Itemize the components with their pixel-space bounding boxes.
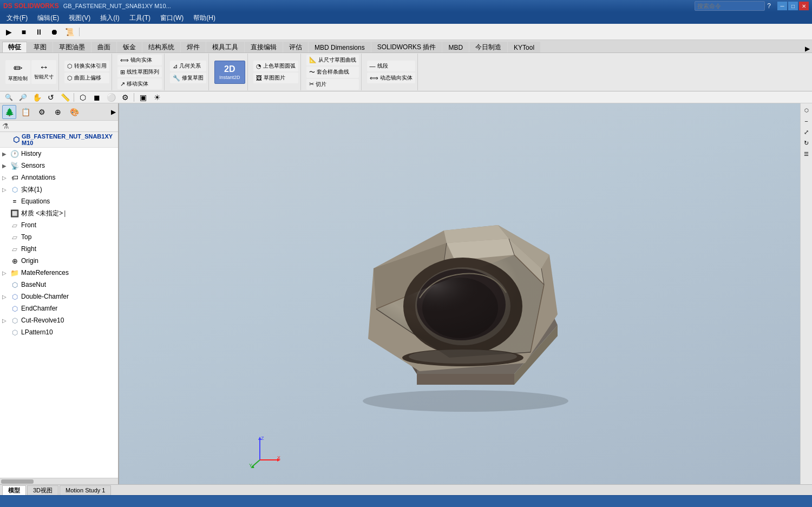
display-mode-button[interactable]: ◼ [90, 91, 103, 104]
view-settings-button[interactable]: ⚙ [119, 91, 132, 104]
tab-motion-study[interactable]: Motion Study 1 [60, 485, 111, 495]
menu-item-view[interactable]: 视图(V) [64, 12, 95, 24]
tab-structure[interactable]: 结构系统 [142, 42, 180, 52]
view-settings-right-button[interactable]: ☰ [802, 149, 811, 159]
pan-button[interactable]: ✋ [30, 91, 43, 104]
record-button[interactable]: ⏺ [48, 25, 61, 38]
close-button[interactable]: ✕ [799, 2, 809, 10]
ribbon-btn-color-sketch[interactable]: ◔ 上色草图圆弧 [253, 61, 298, 71]
ribbon-btn-sketch-pic[interactable]: 🖼 草图图片 [253, 73, 298, 83]
zoom-out-button[interactable]: − [802, 116, 811, 126]
tree-item-lpattern[interactable]: ⬡ LPattern10 [0, 326, 118, 338]
tab-today-mfg[interactable]: 今日制造 [469, 42, 507, 52]
script-button[interactable]: 📜 [63, 25, 76, 38]
expand-sensors[interactable]: ▶ [2, 163, 10, 169]
tab-model[interactable]: 模型 [2, 485, 26, 495]
menu-item-file[interactable]: 文件(F) [2, 12, 32, 24]
menu-item-edit[interactable]: 编辑(E) [33, 12, 63, 24]
expand-annotations[interactable]: ▷ [2, 175, 10, 181]
ribbon-btn-dyn-mirror[interactable]: ⟺ 动态镜向实体 [367, 73, 415, 83]
property-manager-tab[interactable]: 📋 [18, 105, 32, 119]
tab-sheet-metal[interactable]: 钣金 [117, 42, 142, 52]
ribbon-btn-mirror[interactable]: ⟺ 镜向实体 [117, 55, 162, 65]
rotate-right-button[interactable]: ↻ [802, 138, 811, 148]
ribbon-btn-repair[interactable]: 🔧 修复草图 [170, 73, 206, 83]
tab-feature[interactable]: 特征 [2, 42, 27, 52]
tab-sketch[interactable]: 草图 [28, 42, 53, 52]
tree-item-origin[interactable]: ⊕ Origin [0, 255, 118, 267]
tree-item-material[interactable]: 🔲 材质 <未指定> | [0, 207, 118, 219]
ribbon-btn-dim-curve[interactable]: 📐 从尺寸草图曲线 [306, 55, 359, 65]
ribbon-btn-relations[interactable]: ⊿ 几何关系 [170, 61, 206, 71]
expand-bodies[interactable]: ▷ [2, 187, 10, 193]
appearance-button[interactable]: ⚪ [104, 91, 117, 104]
appearance-tab[interactable]: 🎨 [67, 105, 81, 119]
ribbon-btn-fit-spline[interactable]: 〜 套合样条曲线 [306, 67, 359, 78]
dim-xpert-tab[interactable]: ⊕ [51, 105, 65, 119]
ribbon-btn-line[interactable]: — 线段 [367, 61, 415, 71]
scroll-thumb[interactable] [1, 479, 34, 484]
configuration-tab[interactable]: ⚙ [35, 105, 49, 119]
zoom-in-button[interactable]: 🔎 [16, 91, 29, 104]
pause-button[interactable]: ⏸ [32, 25, 45, 38]
tab-mbd-dim[interactable]: MBD Dimensions [309, 42, 371, 52]
ribbon-btn-smart-dim[interactable]: ↔ 智能尺寸 [31, 60, 56, 84]
rotate-button[interactable]: ↺ [44, 91, 57, 104]
stop-button[interactable]: ■ [17, 25, 30, 38]
tree-item-materefs[interactable]: ▷ 📁 MateReferences [0, 267, 118, 279]
tree-item-history[interactable]: ▶ 🕐 History [0, 148, 118, 160]
zoom-fit-button[interactable]: ⤢ [802, 127, 811, 137]
tab-evaluate[interactable]: 评估 [283, 42, 308, 52]
measure-button[interactable]: 📏 [58, 91, 71, 104]
menu-item-window[interactable]: 窗口(W) [156, 12, 188, 24]
tree-item-endchamfer[interactable]: ⬡ EndChamfer [0, 302, 118, 314]
lighting-button[interactable]: ☀ [150, 91, 163, 104]
search-input[interactable] [695, 1, 765, 11]
expand-materefs[interactable]: ▷ [2, 270, 10, 276]
tab-weldment[interactable]: 焊件 [181, 42, 206, 52]
minimize-button[interactable]: ─ [777, 2, 787, 10]
ribbon-btn-linear[interactable]: ⊞ 线性草图阵列 [117, 67, 162, 77]
expand-cut-revolve[interactable]: ▷ [2, 318, 10, 324]
tree-item-top[interactable]: ▱ Top [0, 231, 118, 243]
tree-item-equations[interactable]: = Equations [0, 195, 118, 207]
ribbon-btn-offset[interactable]: ⬡ 曲面上偏移 [64, 73, 109, 83]
tab-mbd[interactable]: MBD [442, 42, 469, 52]
section-view-button[interactable]: ▣ [136, 91, 149, 104]
tree-item-front[interactable]: ▱ Front [0, 219, 118, 231]
menu-item-tools[interactable]: 工具(T) [125, 12, 155, 24]
tab-sw-plugin[interactable]: SOLIDWORKS 插件 [371, 42, 442, 52]
feature-tree-tab[interactable]: 🌲 [2, 105, 16, 119]
tab-sketch-ink[interactable]: 草图油墨 [53, 42, 91, 52]
zoom-to-fit-button[interactable]: 🔍 [2, 91, 15, 104]
tab-direct-edit[interactable]: 直接编辑 [245, 42, 283, 52]
panel-scrollbar[interactable] [0, 478, 118, 484]
ribbon-btn-instant2d[interactable]: 2D Instant2D [214, 61, 245, 84]
tab-mold[interactable]: 模具工具 [206, 42, 244, 52]
tab-kytool[interactable]: KYTool [508, 42, 540, 52]
ribbon-btn-sketch[interactable]: ✏ 草图绘制 [5, 60, 30, 84]
expand-history[interactable]: ▶ [2, 151, 10, 157]
help-icon[interactable]: ? [767, 2, 771, 10]
ribbon-btn-move[interactable]: ↗ 移动实体 [117, 78, 162, 89]
view-options-button[interactable]: ⬡ [76, 91, 89, 104]
tree-item-annotations[interactable]: ▷ 🏷 Annotations [0, 172, 118, 183]
menu-item-help[interactable]: 帮助(H) [189, 12, 220, 24]
viewport[interactable]: Z X Y ⬡ − ⤢ ↻ ☰ [119, 103, 812, 484]
tree-item-basenut[interactable]: ⬡ BaseNut [0, 279, 118, 291]
ribbon-expand-button[interactable]: ▶ [805, 45, 810, 52]
ribbon-btn-slice[interactable]: ✂ 切片 [306, 79, 359, 90]
view-cube-button[interactable]: ⬡ [802, 106, 811, 115]
restore-button[interactable]: □ [788, 2, 798, 10]
menu-item-insert[interactable]: 插入(I) [96, 12, 123, 24]
play-button[interactable]: ▶ [2, 25, 15, 38]
tab-3d-view[interactable]: 3D视图 [27, 485, 58, 495]
tree-item-right[interactable]: ▱ Right [0, 243, 118, 255]
panel-expand-button[interactable]: ▶ [111, 108, 116, 116]
tree-item-bodies[interactable]: ▷ ⬡ 实体(1) [0, 183, 118, 195]
tree-item-cut-revolve[interactable]: ▷ ⬡ Cut-Revolve10 [0, 314, 118, 326]
tree-item-double-chamfer[interactable]: ▷ ⬡ Double-Chamfer [0, 291, 118, 302]
tab-surface[interactable]: 曲面 [91, 42, 116, 52]
expand-double-chamfer[interactable]: ▷ [2, 294, 10, 300]
tree-item-sensors[interactable]: ▶ 📡 Sensors [0, 160, 118, 172]
